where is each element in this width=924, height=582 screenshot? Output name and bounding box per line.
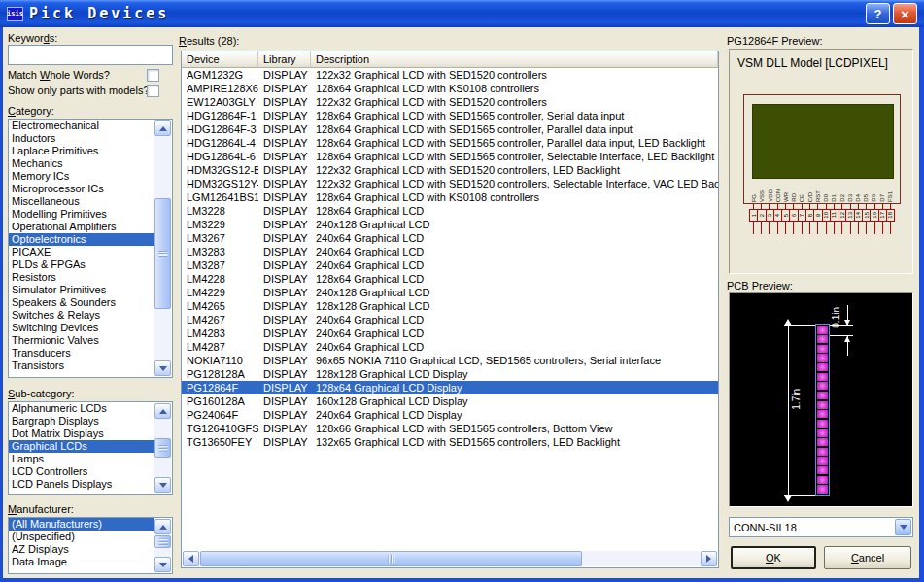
result-row[interactable]: LM4265DISPLAY128x128 Graphical LCD <box>182 299 718 313</box>
category-item[interactable]: Memory ICs <box>9 170 154 183</box>
category-item[interactable]: Switches & Relays <box>9 309 154 322</box>
category-item[interactable]: Simulator Primitives <box>9 284 154 296</box>
scroll-thumb[interactable] <box>154 198 171 309</box>
ok-button[interactable]: OK <box>731 546 816 569</box>
result-row[interactable]: AMPIRE128X64DISPLAY128x64 Graphical LCD … <box>182 82 718 95</box>
device-cell: TG13650FEY <box>182 435 258 449</box>
category-item[interactable]: Inductors <box>9 132 154 145</box>
result-row[interactable]: HDG12864F-1DISPLAY128x64 Graphical LCD w… <box>182 109 718 122</box>
result-row[interactable]: HDG12864F-3DISPLAY128x64 Graphical LCD w… <box>182 122 718 136</box>
subcategory-item[interactable]: Alphanumeric LCDs <box>9 402 154 415</box>
manufacturer-item[interactable]: AZ Displays <box>9 543 154 556</box>
category-item[interactable]: Laplace Primitives <box>9 145 154 157</box>
result-row[interactable]: LM3287DISPLAY240x64 Graphical LCD <box>182 258 718 272</box>
column-header-description[interactable]: Description <box>311 51 718 68</box>
category-item[interactable]: Speakers & Sounders <box>9 296 154 309</box>
category-scrollbar[interactable] <box>154 120 171 376</box>
result-row[interactable]: TG13650FEYDISPLAY132x65 Graphical LCD wi… <box>182 435 718 449</box>
description-cell: 240x64 Graphical LCD <box>311 245 718 258</box>
device-cell: HDG12864F-1 <box>182 109 258 122</box>
result-row[interactable]: LM4283DISPLAY240x64 Graphical LCD <box>182 326 718 340</box>
library-cell: DISPLAY <box>258 258 311 272</box>
result-row[interactable]: HDM32GS12Y-3DISPLAY122x32 Graphical LCD … <box>182 177 718 190</box>
result-row[interactable]: LM4287DISPLAY240x64 Graphical LCD <box>182 340 718 354</box>
scroll-right-button[interactable] <box>701 551 717 566</box>
category-item[interactable]: Mechanics <box>9 157 154 170</box>
scroll-up-button[interactable] <box>154 519 171 534</box>
category-item[interactable]: Transistors <box>9 359 154 372</box>
column-header-device[interactable]: Device <box>182 51 258 68</box>
scroll-up-button[interactable] <box>154 403 171 419</box>
result-row[interactable]: LM3228DISPLAY128x64 Graphical LCD <box>182 204 718 218</box>
category-item[interactable]: Thermionic Valves <box>9 334 154 347</box>
manufacturer-item[interactable]: Data Image <box>9 556 154 568</box>
result-row[interactable]: NOKIA7110DISPLAY96x65 NOKIA 7110 Graphic… <box>182 354 718 367</box>
manufacturer-item[interactable]: (All Manufacturers) <box>9 518 154 531</box>
scroll-thumb[interactable] <box>200 551 582 566</box>
show-only-models-checkbox[interactable] <box>147 85 159 97</box>
pin-number: 2 <box>758 210 766 221</box>
result-row[interactable]: TG126410GFSBDISPLAY128x66 Graphical LCD … <box>182 422 718 435</box>
result-row[interactable]: LM4229DISPLAY240x128 Graphical LCD <box>182 286 718 299</box>
result-row[interactable]: HDG12864L-6DISPLAY128x64 Graphical LCD w… <box>182 150 718 163</box>
category-item[interactable]: Optoelectronics <box>9 233 154 246</box>
scroll-down-button[interactable] <box>154 477 171 493</box>
result-row[interactable]: HDM32GS12-BDISPLAY122x32 Graphical LCD w… <box>182 163 718 177</box>
result-row[interactable]: LM4228DISPLAY128x64 Graphical LCD <box>182 272 718 286</box>
result-row[interactable]: PG12864FDISPLAY128x64 Graphical LCD Disp… <box>182 381 718 394</box>
close-button[interactable]: × <box>893 3 917 24</box>
scroll-down-button[interactable] <box>154 557 171 572</box>
category-item[interactable]: Transducers <box>9 347 154 359</box>
category-item[interactable]: Electromechanical <box>9 120 154 132</box>
result-row[interactable]: LGM12641BS1RDISPLAY128x64 Graphical LCD … <box>182 190 718 204</box>
category-item[interactable]: Resistors <box>9 271 154 284</box>
category-item[interactable]: Switching Devices <box>9 322 154 334</box>
library-cell: DISPLAY <box>258 367 311 381</box>
category-item[interactable]: PLDs & FPGAs <box>9 258 154 271</box>
help-button[interactable]: ? <box>866 3 890 24</box>
combo-dropdown-button[interactable] <box>895 519 911 535</box>
result-row[interactable]: PG128128ADISPLAY128x128 Graphical LCD Di… <box>182 367 718 381</box>
package-combobox[interactable]: CONN-SIL18 <box>729 517 913 537</box>
column-header-library[interactable]: Library <box>258 51 311 68</box>
pin-number: 1 <box>749 210 758 221</box>
result-row[interactable]: LM4267DISPLAY240x64 Graphical LCD <box>182 313 718 326</box>
subcategory-item[interactable]: Bargraph Displays <box>9 415 154 428</box>
result-row[interactable]: EW12A03GLYDISPLAY122x32 Graphical LCD wi… <box>182 95 718 109</box>
subcategory-item[interactable]: Dot Matrix Displays <box>9 428 154 440</box>
manufacturer-listbox[interactable]: (All Manufacturers)(Unspecified)AZ Displ… <box>8 517 173 574</box>
scroll-down-button[interactable] <box>154 360 171 376</box>
result-row[interactable]: PG160128ADISPLAY160x128 Graphical LCD Di… <box>182 394 718 408</box>
result-row[interactable]: PG24064FDISPLAY240x64 Graphical LCD Disp… <box>182 408 718 422</box>
subcategory-item[interactable]: Graphical LCDs <box>9 440 154 453</box>
subcategory-item[interactable]: LCD Controllers <box>9 465 154 478</box>
subcategory-item[interactable]: Lamps <box>9 453 154 465</box>
pcb-pad <box>817 420 828 428</box>
category-listbox[interactable]: ElectromechanicalInductorsLaplace Primit… <box>8 119 173 378</box>
cancel-button[interactable]: Cancel <box>824 546 911 569</box>
manufacturer-item[interactable]: (Unspecified) <box>9 531 154 543</box>
scroll-thumb[interactable] <box>154 535 171 548</box>
subcategory-scrollbar[interactable] <box>154 403 171 493</box>
category-item[interactable]: Operational Amplifiers <box>9 221 154 233</box>
scroll-left-button[interactable] <box>183 551 199 566</box>
category-item[interactable]: Modelling Primitives <box>9 208 154 221</box>
result-row[interactable]: LM3229DISPLAY240x128 Graphical LCD <box>182 218 718 231</box>
subcategory-item[interactable]: LCD Panels Displays <box>9 478 154 491</box>
category-item[interactable]: Miscellaneous <box>9 195 154 208</box>
result-row[interactable]: HDG12864L-4DISPLAY128x64 Graphical LCD w… <box>182 136 718 150</box>
scroll-up-button[interactable] <box>154 120 171 136</box>
scroll-thumb[interactable] <box>154 438 171 458</box>
result-row[interactable]: AGM1232GDISPLAY122x32 Graphical LCD with… <box>182 68 718 82</box>
subcategory-listbox[interactable]: Alphanumeric LCDsBargraph DisplaysDot Ma… <box>8 401 173 495</box>
category-item[interactable]: PICAXE <box>9 246 154 258</box>
match-whole-words-checkbox[interactable] <box>147 69 159 82</box>
results-horizontal-scrollbar[interactable] <box>183 551 717 566</box>
result-row[interactable]: LM3267DISPLAY240x64 Graphical LCD <box>182 231 718 245</box>
pitch-arrow-down <box>844 320 850 325</box>
pcb-pad <box>817 429 828 437</box>
result-row[interactable]: LM3283DISPLAY240x64 Graphical LCD <box>182 245 718 258</box>
keywords-input[interactable] <box>8 45 173 65</box>
category-item[interactable]: Microprocessor ICs <box>9 183 154 195</box>
manufacturer-scrollbar[interactable] <box>154 519 171 572</box>
